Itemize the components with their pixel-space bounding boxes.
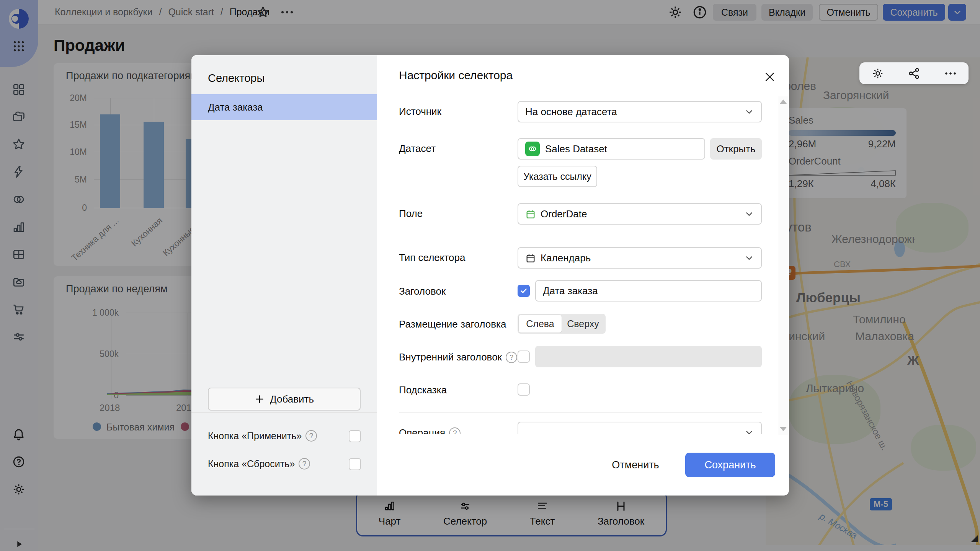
hint-label: Подсказка: [399, 384, 447, 396]
dataset-field[interactable]: Sales Dataset: [518, 138, 705, 160]
field-value: OrderDate: [541, 208, 744, 220]
dialog-cancel-button[interactable]: Отменить: [609, 453, 662, 477]
header-text-input[interactable]: Дата заказа: [535, 280, 762, 302]
calendar-icon: [525, 209, 536, 219]
operation-row: Операция ?: [399, 427, 461, 434]
field-select[interactable]: OrderDate: [518, 203, 762, 225]
placement-left-option[interactable]: Слева: [519, 315, 562, 333]
placement-label: Размещение заголовка: [399, 318, 506, 330]
calendar-icon: [525, 253, 536, 263]
type-label: Тип селектора: [399, 252, 465, 264]
apply-help-icon[interactable]: ?: [305, 430, 317, 442]
operation-select[interactable]: [518, 422, 762, 434]
add-selector-button[interactable]: Добавить: [208, 388, 361, 411]
selectors-panel-title: Селекторы: [208, 72, 265, 85]
inner-header-row: Внутренний заголовок ?: [399, 351, 517, 363]
inner-header-checkbox[interactable]: [518, 350, 530, 363]
type-value: Календарь: [541, 252, 744, 264]
form-scrollbar[interactable]: [778, 96, 788, 435]
form-divider: [399, 412, 762, 413]
left-panel-divider: [191, 412, 377, 413]
apply-button-label: Кнопка «Применить»: [208, 430, 302, 442]
reset-button-checkbox[interactable]: [349, 458, 361, 470]
app-root: Коллекции и воркбуки / Quick start / Про…: [0, 0, 980, 551]
inner-header-input-disabled: [535, 346, 762, 367]
chevron-down-icon: [744, 107, 754, 117]
inner-header-label: Внутренний заголовок: [399, 351, 502, 363]
operation-help-icon[interactable]: ?: [449, 427, 461, 435]
open-dataset-button[interactable]: Открыть: [710, 138, 762, 160]
placement-top-option[interactable]: Сверху: [562, 315, 604, 333]
hint-checkbox[interactable]: [518, 383, 530, 396]
placement-segmented-control: Слева Сверху: [518, 314, 606, 334]
plus-icon: [255, 394, 265, 404]
field-label: Поле: [399, 208, 423, 220]
chevron-down-icon: [744, 209, 754, 219]
check-icon: [519, 287, 528, 295]
source-label: Источник: [399, 106, 441, 117]
dataset-icon: [525, 142, 540, 156]
selectors-list-panel: Селекторы Дата заказа Добавить Кнопка «П…: [191, 55, 377, 496]
specify-link-button[interactable]: Указать ссылку: [518, 166, 597, 187]
widget-links-icon[interactable]: [908, 67, 921, 80]
header-text-value: Дата заказа: [543, 285, 754, 297]
chevron-down-icon: [744, 427, 754, 434]
scroll-up-arrow[interactable]: [780, 99, 787, 104]
widget-more-icon[interactable]: [944, 71, 957, 76]
reset-help-icon[interactable]: ?: [299, 458, 310, 469]
selector-list-item[interactable]: Дата заказа: [191, 94, 377, 120]
apply-button-row: Кнопка «Применить» ?: [208, 430, 317, 442]
dataset-label: Датасет: [399, 143, 436, 155]
close-icon[interactable]: [763, 70, 776, 83]
widget-toolbar: [859, 62, 969, 84]
source-value: На основе датасета: [525, 106, 744, 118]
chevron-down-icon: [744, 253, 754, 263]
dialog-save-button[interactable]: Сохранить: [685, 453, 775, 477]
source-select[interactable]: На основе датасета: [518, 101, 762, 122]
reset-button-label: Кнопка «Сбросить»: [208, 458, 295, 469]
apply-button-checkbox[interactable]: [349, 430, 361, 442]
reset-button-row: Кнопка «Сбросить» ?: [208, 458, 310, 469]
widget-settings-gear-icon[interactable]: [871, 67, 884, 80]
selectors-dialog: Селекторы Дата заказа Добавить Кнопка «П…: [191, 55, 789, 496]
selector-item-label: Дата заказа: [208, 101, 263, 113]
inner-header-help-icon[interactable]: ?: [506, 352, 517, 363]
dataset-value: Sales Dataset: [545, 143, 697, 155]
scroll-down-arrow[interactable]: [780, 427, 787, 431]
form-divider: [399, 237, 762, 237]
settings-form: Источник На основе датасета Датасет Sale…: [377, 93, 779, 434]
operation-label: Операция: [399, 427, 445, 434]
header-label: Заголовок: [399, 285, 446, 297]
type-select[interactable]: Календарь: [518, 247, 762, 269]
header-checkbox[interactable]: [518, 285, 530, 297]
dialog-title: Настройки селектора: [399, 69, 513, 82]
